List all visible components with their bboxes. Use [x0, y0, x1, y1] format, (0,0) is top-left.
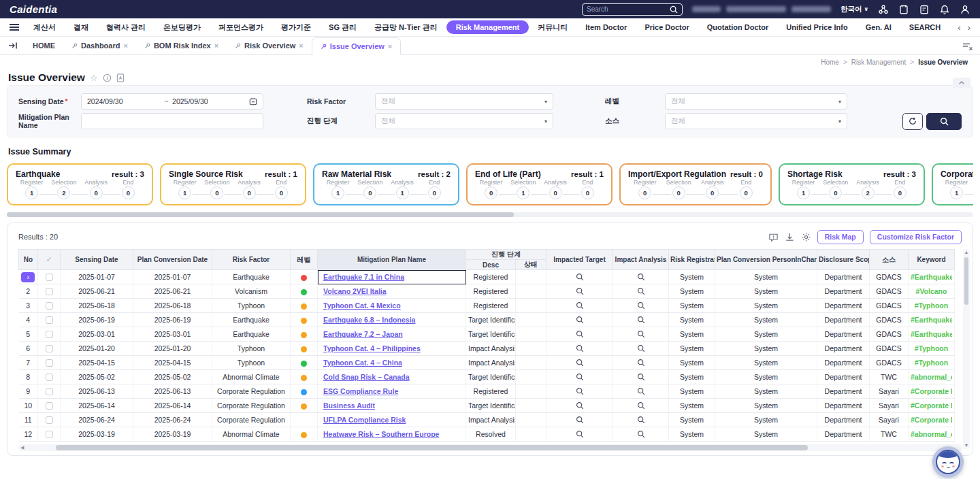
keyword-tag[interactable]: #Earthquake — [911, 316, 952, 324]
column-header-disclosure_scope[interactable]: Disclosure Scope — [817, 250, 870, 270]
mitigation-plan-link[interactable]: Business Audit — [323, 401, 375, 410]
risk-factor-select[interactable]: 전체 ▾ — [375, 93, 553, 110]
magnify-icon[interactable] — [576, 344, 584, 352]
expand-panel-icon[interactable] — [8, 42, 18, 50]
nav-item-계산서[interactable]: 계산서 — [24, 20, 65, 35]
row-checkbox[interactable] — [46, 302, 53, 310]
download-icon[interactable] — [785, 232, 795, 242]
risk-map-button[interactable]: Risk Map — [817, 230, 864, 244]
scrollbar-thumb[interactable] — [964, 257, 968, 305]
nav-item-quotation-doctor[interactable]: Quotation Doctor — [698, 21, 777, 33]
summary-card-shortage-risk[interactable]: Shortage Riskresult : 3Register1Selectio… — [779, 163, 925, 205]
sensing-date-from[interactable]: 2024/09/30 — [87, 97, 160, 105]
nav-item-price-doctor[interactable]: Price Doctor — [636, 21, 698, 33]
keyword-tag[interactable]: #Earthquake — [911, 273, 952, 281]
magnify-icon[interactable] — [637, 316, 645, 324]
nav-scroll-right-icon[interactable]: › — [968, 22, 970, 33]
favorite-star-icon[interactable]: ☆ — [90, 73, 98, 82]
keyword-tag[interactable]: #Earthquake — [911, 330, 952, 338]
nav-item-온보딩평가[interactable]: 온보딩평가 — [154, 20, 210, 35]
keyword-tag[interactable]: #Corporate Regulation — [911, 416, 952, 424]
nav-item-item-doctor[interactable]: Item Doctor — [576, 21, 636, 33]
summary-card-earthquake[interactable]: Earthquakeresult : 3Register1Selection2A… — [7, 163, 153, 205]
nav-item-퍼포먼스평가[interactable]: 퍼포먼스평가 — [210, 20, 272, 35]
nav-item-공급망-n-tier-관리[interactable]: 공급망 N-Tier 관리 — [365, 20, 446, 35]
column-header-keyword[interactable]: Keyword — [909, 250, 955, 270]
breadcrumb-item[interactable]: Issue Overview — [918, 59, 968, 66]
summary-card-raw-material-risk[interactable]: Raw Material Riskresult : 2Register1Sele… — [313, 163, 459, 205]
keyword-tag[interactable]: #Volcano — [911, 287, 952, 295]
column-header-status[interactable]: 상태 — [516, 260, 546, 270]
row-checkbox[interactable] — [46, 345, 53, 352]
mitigation-plan-link[interactable]: ESG Compliance Rule — [323, 387, 398, 395]
nav-item-risk-management[interactable]: Risk Management — [446, 20, 529, 34]
column-header-plan_conversion_date[interactable]: Plan Conversion Date — [133, 250, 212, 270]
manual-icon[interactable] — [116, 73, 125, 82]
row-checkbox[interactable] — [46, 359, 53, 367]
magnify-icon[interactable] — [576, 316, 584, 324]
magnify-icon[interactable] — [637, 387, 645, 395]
column-header-impacted_target[interactable]: Impacted Target — [546, 250, 613, 270]
tab-dashboard[interactable]: Dashboard× — [63, 37, 136, 54]
mitigation-plan-link[interactable]: Typhoon Cat. 4 – Philippines — [323, 344, 421, 352]
magnify-icon[interactable] — [576, 301, 584, 310]
close-all-tabs-icon[interactable] — [962, 42, 973, 50]
level-select[interactable]: 전체 ▾ — [665, 93, 847, 110]
column-header-check[interactable]: ✓ — [38, 250, 61, 270]
nav-item-커뮤니티[interactable]: 커뮤니티 — [529, 20, 576, 35]
magnify-icon[interactable] — [576, 373, 584, 381]
source-select[interactable]: 전체 ▾ — [665, 113, 847, 129]
magnify-icon[interactable] — [637, 416, 645, 424]
keyword-tag[interactable]: #Corporate Regulation — [911, 387, 952, 395]
cards-horizontal-scrollbar[interactable] — [7, 212, 973, 217]
mitigation-plan-link[interactable]: UFLPA Compliance Risk — [323, 416, 406, 424]
magnify-icon[interactable] — [576, 430, 584, 438]
nav-item-결재[interactable]: 결재 — [65, 20, 97, 35]
scrollbar-thumb[interactable] — [7, 212, 514, 217]
nav-item-unified-price-info[interactable]: Unified Price Info — [777, 21, 856, 33]
magnify-icon[interactable] — [576, 287, 584, 295]
mitigation-plan-name-input[interactable] — [81, 113, 263, 129]
mitigation-plan-link[interactable]: Earthquake 7.1 in China — [323, 273, 404, 281]
magnify-icon[interactable] — [576, 416, 584, 424]
nav-item-gen-ai[interactable]: Gen AI — [949, 21, 955, 33]
magnify-icon[interactable] — [637, 287, 645, 295]
scroll-down-icon[interactable]: ▼ — [964, 442, 969, 449]
magnify-icon[interactable] — [576, 359, 584, 367]
summary-card-single-source-risk[interactable]: Single Source Riskresult : 1Register1Sel… — [160, 163, 306, 205]
tab-close-icon[interactable]: × — [214, 42, 218, 50]
magnify-icon[interactable] — [637, 344, 645, 352]
filter-collapse-button[interactable] — [953, 78, 970, 88]
customize-risk-factor-button[interactable]: Customize Risk Factor — [870, 230, 962, 244]
nav-scroll-left-icon[interactable]: ‹ — [958, 22, 960, 33]
mitigation-plan-link[interactable]: Typhoon Cat. 4 – China — [323, 359, 402, 367]
magnify-icon[interactable] — [576, 387, 584, 395]
tab-risk-overview[interactable]: Risk Overview× — [227, 37, 312, 54]
nav-item-search[interactable]: SEARCH — [900, 21, 949, 33]
row-checkbox[interactable] — [46, 331, 53, 338]
tab-close-icon[interactable]: × — [388, 43, 392, 50]
nav-item-sg-관리[interactable]: SG 관리 — [320, 20, 365, 35]
tab-bom-risk-index[interactable]: BOM Risk Index× — [136, 37, 227, 54]
hamburger-menu-icon[interactable] — [10, 24, 19, 31]
sensing-date-to[interactable]: 2025/09/30 — [172, 97, 245, 105]
column-header-risk_registrator[interactable]: Risk Registrator — [669, 250, 715, 270]
clipboard-icon[interactable] — [898, 4, 909, 15]
magnify-icon[interactable] — [637, 401, 645, 410]
magnify-icon[interactable] — [637, 273, 645, 281]
mitigation-plan-link[interactable]: Heatwave Risk – Southern Europe — [323, 430, 439, 438]
row-checkbox[interactable] — [46, 374, 53, 381]
gear-icon[interactable] — [801, 232, 811, 242]
search-input[interactable] — [587, 5, 670, 13]
mitigation-plan-link[interactable]: Typhoon Cat. 4 Mexico — [323, 301, 401, 310]
row-checkbox[interactable] — [46, 402, 53, 410]
tab-home[interactable]: HOME — [24, 37, 63, 54]
column-header-sensing_date[interactable]: Sensing Date — [61, 250, 133, 270]
keyword-tag[interactable]: #abnormal_climate — [911, 373, 952, 381]
global-search[interactable] — [582, 3, 683, 16]
row-checkbox[interactable] — [46, 388, 53, 395]
mitigation-plan-link[interactable]: Cold Snap Risk – Canada — [323, 373, 410, 381]
breadcrumb-item[interactable]: Home — [821, 59, 839, 66]
magnify-icon[interactable] — [576, 401, 584, 410]
sensing-date-range-input[interactable]: 2024/09/30 ~ 2025/09/30 — [81, 93, 263, 110]
